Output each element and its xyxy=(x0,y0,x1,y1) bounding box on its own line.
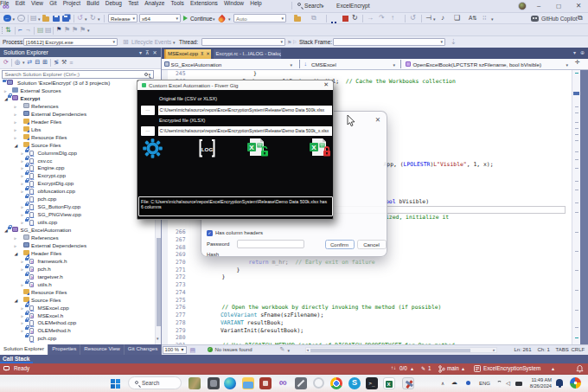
settings-gear-icon[interactable] xyxy=(142,138,163,159)
uncomment-selection-icon[interactable]: ▤ xyxy=(45,26,52,35)
document-outline-icon[interactable]: ▤ xyxy=(190,346,196,355)
scrollbar-thumb[interactable] xyxy=(157,238,161,326)
scroll-left-arrow-icon[interactable]: ◂ xyxy=(307,348,309,352)
browse-original-button[interactable]: ... xyxy=(141,106,156,115)
platform-dropdown[interactable]: x64▾ xyxy=(139,14,181,22)
speaker-icon[interactable]: ◁ xyxy=(506,380,510,387)
menu-git[interactable]: Git xyxy=(49,0,56,6)
edit-mode-pencil-icon[interactable]: ✎ xyxy=(280,346,285,353)
panel-tab-solution-explorer[interactable]: Solution Explorer xyxy=(0,344,48,355)
zoom-dropdown[interactable]: 100 %▾ xyxy=(163,346,187,355)
pencil-caret-icon[interactable]: ▾ xyxy=(288,348,291,353)
tree-item-msexcel-cpp[interactable]: ▹MSExcel.cpp xyxy=(0,305,155,312)
tree-item-header-files[interactable]: ◢Header Files xyxy=(0,250,155,258)
confirm-button[interactable]: Confirm xyxy=(325,240,355,249)
tab-list-caret-icon[interactable]: ▾ xyxy=(573,49,576,55)
solution-explorer-title-bar[interactable]: Solution Explorer ▾ ⊼ ✕ xyxy=(0,48,161,58)
switch-views-icon[interactable]: ⟳ xyxy=(3,59,9,66)
onedrive-cloud-icon[interactable]: ☁ xyxy=(451,379,457,386)
browse-encrypted-button[interactable]: ... xyxy=(141,126,156,136)
stop-debugging-button[interactable] xyxy=(342,16,348,22)
navigate-forward-button[interactable]: → xyxy=(17,15,25,22)
tree-item-excrypt-cpp[interactable]: ▹Excrypt.cpp xyxy=(0,172,155,180)
expand-arrow-icon[interactable]: ▹ xyxy=(22,312,24,320)
continue-button[interactable]: Continue xyxy=(190,16,213,22)
expand-arrow-icon[interactable]: ▹ xyxy=(22,319,24,327)
dialog-close-icon[interactable]: ✕ xyxy=(375,116,380,124)
close-button[interactable]: ✕ xyxy=(576,2,581,10)
restart-button[interactable]: ↻ xyxy=(352,14,358,22)
panel-tab-resource-view[interactable]: Resource View xyxy=(80,344,125,355)
pin-tab-icon[interactable]: ⊼ xyxy=(201,51,204,56)
expand-arrow-icon[interactable]: ▹ xyxy=(22,203,24,211)
excel-taskbar-icon[interactable] xyxy=(383,377,395,389)
spotlight-photo-icon[interactable] xyxy=(189,377,201,389)
has-column-headers-checkbox[interactable]: ✓ xyxy=(207,230,213,236)
float-window-icon[interactable]: ⊕ xyxy=(580,49,585,55)
menu-debug[interactable]: Debug xyxy=(105,0,122,6)
swirl-app-icon[interactable] xyxy=(313,377,324,389)
collapse-all-icon[interactable]: ⊟ xyxy=(35,59,40,66)
open-file-button[interactable] xyxy=(42,16,49,22)
step-over-icon[interactable]: ↷ xyxy=(379,14,385,22)
indent-icon[interactable]: ⌐ xyxy=(18,26,22,35)
editor-vertical-scrollbar[interactable] xyxy=(572,70,580,344)
tree-item-utils-h[interactable]: ▹utils.h xyxy=(0,281,155,289)
view-code-icon[interactable]: ≶ xyxy=(54,59,59,66)
continue-play-icon[interactable] xyxy=(183,16,188,21)
tree-item-sg-pngview-cpp[interactable]: ▹SG_PNGView.cpp xyxy=(0,211,155,219)
wifi-icon[interactable] xyxy=(496,381,502,387)
expand-arrow-icon[interactable]: ▹ xyxy=(22,150,24,157)
panel-tab-properties[interactable]: Properties xyxy=(48,344,80,355)
github-copilot-label[interactable]: GitHub Copilot xyxy=(541,16,578,22)
menu-test[interactable]: Test xyxy=(128,0,138,6)
lifecycle-events-label[interactable]: Lifecycle Events xyxy=(131,39,171,45)
new-file-button[interactable]: ▤ xyxy=(30,14,37,22)
menu-help[interactable]: Help xyxy=(250,0,261,6)
class-dropdown[interactable]: CMSExcel xyxy=(311,61,336,67)
expand-arrow-icon[interactable]: ▹ xyxy=(22,188,24,196)
collapse-arrow-icon[interactable]: ◢ xyxy=(15,297,18,305)
show-diagnostics-icon[interactable] xyxy=(294,16,301,22)
unindent-icon[interactable]: ¬ xyxy=(26,26,30,35)
tree-item-sg-buttonfly-cpp[interactable]: ▹SG_ButtonFly.cpp xyxy=(0,203,155,211)
caret-icon[interactable]: ▾ xyxy=(87,28,90,33)
tree-item-obfuscation-cpp[interactable]: ▹obfuscation.cpp xyxy=(0,188,155,196)
eol-indicator[interactable]: CRLF xyxy=(572,347,585,352)
menu-project[interactable]: Project xyxy=(63,0,80,6)
encrypted-file-input[interactable]: C:\Users\micha\source\repos\ExcelEncrypt… xyxy=(158,126,333,136)
tree-item-excrypt[interactable]: ◢Excrypt xyxy=(0,95,155,103)
save-button[interactable] xyxy=(53,16,60,22)
sync-caret-icon[interactable]: ▴ xyxy=(411,365,413,371)
sync-with-active-document-icon[interactable]: ⇄ xyxy=(28,59,33,66)
user-avatar[interactable] xyxy=(518,2,527,10)
expand-arrow-icon[interactable]: ▹ xyxy=(22,266,24,273)
taskbar-search-box[interactable]: Search xyxy=(128,376,182,389)
tree-item-solution-excelencrypt-3-of-3-projects-[interactable]: Solution 'ExcelEncrypt' (3 of 3 projects… xyxy=(0,80,155,87)
scrollbar-thumb[interactable] xyxy=(573,92,579,95)
menu-view[interactable]: View xyxy=(31,0,43,6)
expand-arrow-icon[interactable]: ▹ xyxy=(22,327,24,335)
edge-browser-icon[interactable] xyxy=(224,377,236,389)
pending-edits-pencil-icon[interactable]: ✎ xyxy=(421,365,425,371)
language-indicator[interactable]: ENG xyxy=(479,381,490,386)
start-button[interactable] xyxy=(111,379,120,389)
search-button[interactable]: Search xyxy=(304,3,323,9)
tree-item-source-files[interactable]: ◢Source Files xyxy=(0,297,155,305)
expand-arrow-icon[interactable]: ▹ xyxy=(22,172,24,180)
menu-window[interactable]: Window xyxy=(224,0,244,6)
expand-arrow-icon[interactable]: ▹ xyxy=(22,164,24,172)
tree-item-external-dependencies[interactable]: ▹External Dependencies xyxy=(0,242,155,250)
expand-arrow-icon[interactable]: ▹ xyxy=(15,119,17,126)
hot-reload-caret-icon[interactable]: ▾ xyxy=(228,16,231,22)
tab-excrypt-rc-dialog[interactable]: Excrypt.rc - I...IALOG - Dialog xyxy=(214,49,281,59)
navigate-back-button[interactable]: ← xyxy=(3,15,11,22)
navigate-back-caret-icon[interactable]: ▾ xyxy=(13,16,16,22)
save-all-button[interactable] xyxy=(62,16,69,22)
document-health-icon[interactable]: ✓ xyxy=(208,347,213,352)
call-stack-panel-tab[interactable]: Call Stack xyxy=(0,355,588,363)
tab-msexcel-cpp[interactable]: MSExcel.cpp ⊼ ✕ xyxy=(164,49,211,59)
show-all-files-icon[interactable]: ⊞ xyxy=(42,59,48,66)
clock-tray[interactable]: 11:49 AM 8/26/2024 xyxy=(526,377,552,389)
password-input[interactable] xyxy=(237,240,304,248)
